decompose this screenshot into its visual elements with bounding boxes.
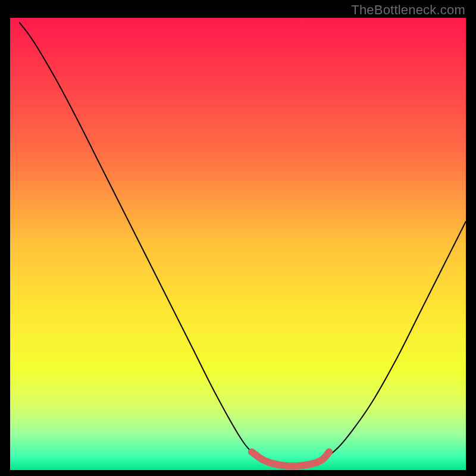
watermark-text: TheBottleneck.com bbox=[351, 2, 465, 18]
chart-svg bbox=[10, 18, 466, 470]
plot-area bbox=[10, 18, 466, 470]
gradient-background bbox=[10, 18, 466, 470]
chart-frame: TheBottleneck.com bbox=[0, 0, 476, 476]
